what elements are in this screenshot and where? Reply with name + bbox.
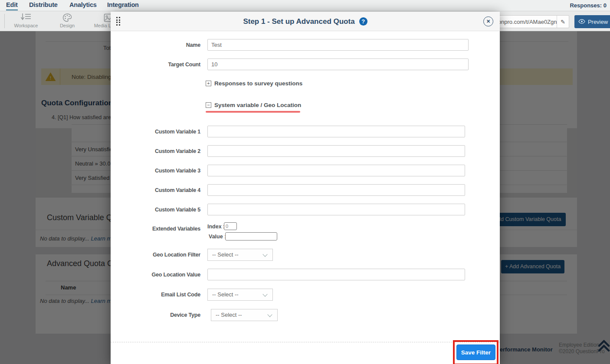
selected-option: -- Select --: [216, 312, 242, 318]
preview-label: Preview: [588, 19, 608, 25]
section-responses-toggle[interactable]: + Responses to survey questions: [206, 80, 302, 87]
modal-title: Step 1 - Set up Advanced Quota: [243, 17, 354, 26]
name-field[interactable]: [207, 39, 469, 51]
chevron-down-icon: [267, 312, 272, 317]
chevron-down-icon: [262, 252, 267, 257]
footer-divider: [111, 342, 500, 342]
custom-variable-5-label: Custom Variable 5: [111, 207, 200, 213]
tab-integration[interactable]: Integration: [107, 1, 139, 10]
extended-variables-label: Extended Variables: [111, 226, 200, 232]
collapse-icon: −: [206, 102, 211, 108]
help-icon[interactable]: ?: [359, 17, 367, 26]
custom-variable-2-label: Custom Variable 2: [111, 148, 200, 154]
toolbar-item-design[interactable]: Design: [48, 13, 87, 28]
custom-variable-4-label: Custom Variable 4: [111, 187, 200, 193]
custom-variable-2-field[interactable]: [207, 145, 465, 157]
tab-distribute[interactable]: Distribute: [29, 1, 58, 10]
index-label: Index :: [207, 224, 225, 230]
tab-analytics[interactable]: Analytics: [69, 1, 97, 10]
pencil-icon: ✎: [561, 19, 565, 25]
index-field[interactable]: [224, 222, 237, 230]
geo-location-value-label: Geo Location Value: [111, 272, 200, 278]
eye-icon: [578, 19, 585, 25]
section-label: System variable / Geo Location: [214, 102, 301, 108]
selected-option: -- Select --: [212, 251, 239, 258]
red-highlight-annotation: [453, 340, 498, 364]
geo-location-value-field[interactable]: [207, 269, 465, 280]
toolbar-item-workspace[interactable]: Workspace: [7, 13, 46, 28]
target-count-label: Target Count: [111, 62, 200, 68]
custom-variable-3-field[interactable]: [207, 165, 465, 176]
custom-variable-4-field[interactable]: [207, 184, 465, 196]
expand-icon: +: [206, 81, 211, 86]
top-nav: Edit Distribute Analytics Integration Re…: [0, 0, 610, 11]
questionpro-app: Edit Distribute Analytics Integration Re…: [0, 0, 610, 364]
red-underline-annotation: [206, 111, 300, 113]
selected-option: -- Select --: [212, 291, 239, 298]
close-icon[interactable]: ✕: [483, 16, 493, 26]
value-label: Value :: [209, 234, 226, 240]
palette-icon: [48, 13, 87, 23]
chevron-down-icon: [262, 292, 267, 296]
tab-edit[interactable]: Edit: [6, 1, 18, 10]
custom-variable-1-field[interactable]: [207, 126, 465, 137]
email-list-code-select[interactable]: -- Select --: [207, 289, 273, 301]
toolbar-label: Workspace: [7, 23, 46, 28]
section-label: Responses to survey questions: [214, 80, 302, 87]
advanced-quota-modal: Step 1 - Set up Advanced Quota ? ✕ Name …: [111, 12, 500, 364]
geo-location-filter-select[interactable]: -- Select --: [207, 249, 273, 261]
modal-title-wrap: Step 1 - Set up Advanced Quota ?: [111, 12, 500, 31]
edit-url-button[interactable]: ✎: [557, 16, 569, 28]
preview-button[interactable]: Preview: [574, 15, 610, 28]
value-field[interactable]: [225, 232, 277, 240]
custom-variable-1-label: Custom Variable 1: [111, 129, 200, 135]
custom-variable-3-label: Custom Variable 3: [111, 168, 200, 174]
custom-variable-5-field[interactable]: [207, 204, 465, 215]
device-type-label: Device Type: [111, 312, 200, 318]
name-label: Name: [111, 42, 200, 48]
toolbar-divider: [4, 14, 5, 28]
responses-count: Responses: 0: [570, 2, 607, 9]
geo-location-filter-label: Geo Location Filter: [111, 252, 200, 258]
toolbar-label: Design: [48, 23, 87, 28]
email-list-code-label: Email List Code: [111, 292, 200, 298]
target-count-field[interactable]: [207, 58, 469, 70]
device-type-select[interactable]: -- Select --: [211, 309, 278, 321]
workspace-icon: [7, 13, 46, 23]
modal-header: Step 1 - Set up Advanced Quota ? ✕: [111, 12, 500, 31]
section-system-toggle[interactable]: − System variable / Geo Location: [206, 102, 301, 108]
